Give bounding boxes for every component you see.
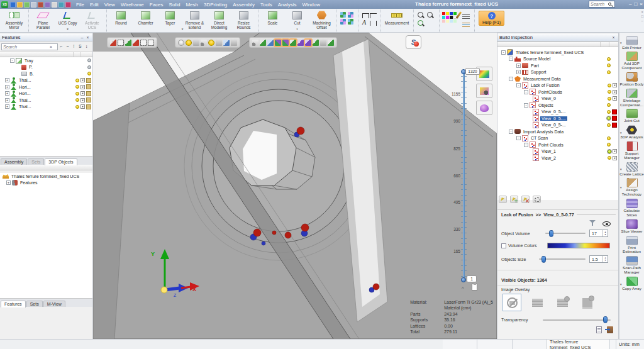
tree-item-view-0-5-b[interactable]: View_0_5-... — [497, 122, 618, 129]
add-measurement-icon[interactable] — [510, 196, 518, 203]
viewport-tool-icon[interactable] — [193, 40, 199, 46]
redo-icon[interactable] — [38, 2, 43, 8]
float-panel-icon[interactable]: □ — [641, 14, 643, 18]
visibility-bulb-icon[interactable] — [607, 57, 611, 61]
viewport-tool-icon[interactable] — [260, 40, 266, 46]
cmd-3dp-analysis[interactable]: ▾3DP Analysis — [619, 125, 644, 141]
assembly-mirror-button[interactable]: Assembly Mirror — [3, 10, 26, 30]
checkbox-icon[interactable] — [613, 149, 617, 153]
cmd-scan-path-manager[interactable]: Scan-Path Manager — [619, 255, 644, 276]
tree-item-root[interactable]: - Thales ferrure formnext_fixed UCS — [497, 49, 618, 56]
cmd-position-body[interactable]: Position Body — [619, 71, 644, 87]
tree-item-view-2[interactable]: View_2 — [497, 155, 618, 162]
viewport-tool-icon[interactable] — [201, 40, 207, 46]
cmd-calculate-slices[interactable]: Calculate Slices — [619, 198, 644, 219]
dimension-icon[interactable] — [362, 13, 369, 18]
menu-assembly[interactable]: Assembly — [233, 2, 255, 8]
tree-item-b[interactable]: B. — [0, 70, 92, 77]
ucs-copy-button[interactable]: UCS Copy ▾ — [56, 10, 79, 25]
report-icon[interactable] — [596, 326, 602, 333]
lock-checkbox-icon[interactable] — [80, 98, 85, 102]
tab-sets-bottom[interactable]: Sets — [26, 301, 43, 307]
close-panel-icon[interactable]: × — [85, 35, 91, 40]
tree-item-objects[interactable]: - Objects — [497, 102, 618, 109]
folder-icon[interactable] — [86, 104, 91, 109]
overlay-layer-camera-button[interactable] — [578, 294, 597, 311]
text-tool-icon[interactable]: A — [362, 19, 369, 26]
color-swatch[interactable] — [612, 109, 617, 114]
visibility-bulb-icon[interactable] — [75, 85, 79, 89]
viewport-tool-icon[interactable] — [282, 40, 289, 46]
filter-branch-icon[interactable]: ⌐ — [58, 43, 64, 50]
tree-item-thal-2[interactable]: + Thal... — [0, 97, 92, 104]
chamfer-button[interactable]: Chamfer — [134, 10, 157, 25]
tab-3dp-objects[interactable]: 3DP Objects — [45, 158, 77, 165]
title-search-input[interactable] — [591, 2, 608, 6]
menu-solid[interactable]: Solid — [169, 2, 180, 8]
cmd-edit-printer[interactable]: ▾Edit Printer — [619, 35, 644, 51]
exit-icon[interactable] — [607, 326, 613, 333]
visibility-bulb-icon[interactable] — [75, 92, 79, 96]
tree-item-import-analysis[interactable]: - Import Analysis Data — [497, 128, 618, 135]
lock-checkbox-icon[interactable] — [80, 85, 85, 89]
viewport-tool-icon[interactable] — [223, 40, 230, 46]
tree-item-thal-1[interactable]: + Thal... — [0, 77, 92, 84]
viewport-3d[interactable]: Y X Z — [93, 33, 497, 339]
filter-wave-icon[interactable]: ≈ — [65, 43, 70, 50]
transparency-slider[interactable] — [543, 319, 611, 321]
sort-icon[interactable]: ↕ — [84, 43, 89, 50]
menu-window[interactable]: Window — [302, 2, 319, 8]
viewport-tool-icon[interactable] — [125, 40, 131, 46]
features-search-input[interactable] — [3, 45, 50, 49]
color-swatch[interactable] — [612, 123, 617, 128]
undo-icon[interactable] — [31, 2, 36, 8]
tree-item-view-0[interactable]: View_0 — [497, 96, 618, 102]
angle-dimension-icon[interactable] — [370, 13, 377, 18]
pattern-mirror-icon[interactable] — [348, 12, 353, 18]
ruler-bottom-handle[interactable] — [461, 277, 466, 282]
sphere-slider-button[interactable] — [476, 101, 492, 115]
new-file-icon[interactable] — [24, 2, 30, 8]
tree-item-part[interactable]: + Part — [497, 62, 618, 69]
plane-parallel-button[interactable]: Plane Parallel ▾ — [31, 10, 55, 30]
viewport-tool-icon[interactable] — [110, 40, 116, 46]
restore-button[interactable]: □ — [634, 0, 637, 8]
filter-suppressed-icon[interactable]: S — [77, 43, 83, 50]
volume-colors-checkbox[interactable] — [501, 243, 506, 248]
object-volume-slider[interactable] — [545, 233, 586, 234]
viewport-tool-icon[interactable] — [208, 40, 214, 46]
menu-mesh[interactable]: Mesh — [186, 2, 198, 8]
taper-button[interactable]: Taper ▾ — [158, 10, 182, 25]
lock-checkbox-icon[interactable] — [80, 91, 85, 96]
overlay-slice-button[interactable] — [528, 294, 547, 311]
tree-item-p[interactable]: P. — [0, 64, 92, 71]
paste-icon[interactable] — [58, 2, 64, 8]
clear-search-icon[interactable]: × — [50, 45, 52, 49]
menu-faces[interactable]: Faces — [150, 2, 164, 8]
menu-3dprinting[interactable]: 3DPrinting — [204, 2, 227, 8]
tree-item-tray[interactable]: - Tray — [0, 57, 92, 64]
search-icon[interactable] — [608, 3, 611, 6]
viewport-3d-scene[interactable]: Y X Z — [93, 33, 497, 339]
visibility-bulb-icon[interactable] — [87, 65, 91, 69]
paint-brush-icon[interactable] — [456, 11, 462, 19]
visibility-bulb-icon[interactable] — [608, 84, 611, 87]
menu-analysis[interactable]: Analysis — [278, 2, 297, 8]
visibility-bulb-icon[interactable] — [87, 72, 91, 75]
select-region-icon[interactable] — [533, 196, 541, 203]
checkbox-icon[interactable] — [613, 96, 617, 101]
zoom-out-icon[interactable] — [427, 12, 434, 19]
color-swatch[interactable] — [612, 116, 617, 121]
viewport-tool-icon[interactable] — [328, 40, 334, 46]
viewport-tool-icon[interactable] — [290, 40, 296, 46]
viewport-tool-icon[interactable] — [252, 40, 258, 46]
measurement-button[interactable]: Measurement — [383, 10, 411, 25]
tab-m-view[interactable]: M-View — [43, 301, 65, 307]
close-panel-icon[interactable]: × — [641, 10, 643, 14]
visibility-bulb-icon[interactable] — [607, 143, 611, 147]
viewport-tool-icon[interactable] — [216, 40, 222, 46]
objects-size-spinbox[interactable]: 1.5 ▴▾ — [589, 255, 608, 263]
tree-item-point-clouds[interactable]: - Point Clouds — [497, 141, 618, 148]
cmd-create-lattice[interactable]: ▾Create Lattice — [619, 161, 644, 177]
visibility-bulb-icon[interactable] — [607, 103, 611, 107]
